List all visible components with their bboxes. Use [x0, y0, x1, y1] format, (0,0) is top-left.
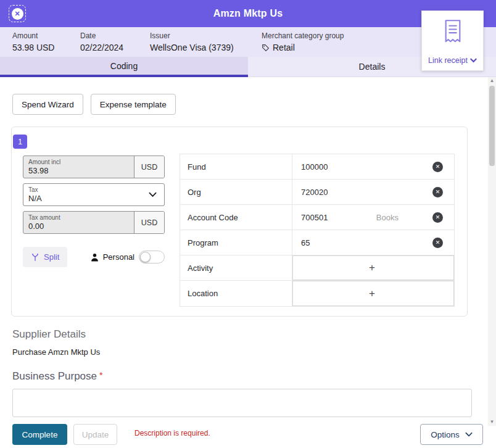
clear-icon: ✕	[436, 164, 440, 170]
link-receipt-panel[interactable]: Link receipt	[421, 10, 484, 71]
allocation-value: 700501	[301, 213, 376, 222]
summary-label: Date	[80, 31, 123, 40]
complete-button[interactable]: Complete	[12, 424, 67, 445]
tax-value: N/A	[28, 194, 136, 203]
allocation-label: Account Code	[180, 205, 292, 230]
supplier-details-heading: Supplier Details	[12, 328, 86, 341]
add-activity-button[interactable]: +	[292, 255, 454, 280]
allocation-value-field[interactable]: 700501 Books ✕	[292, 205, 454, 230]
summary-field-merchant-category: Merchant category group Retail	[262, 31, 344, 52]
summary-value: 02/22/2024	[80, 43, 123, 52]
link-receipt-button[interactable]: Link receipt	[428, 56, 477, 65]
personal-label: Personal	[103, 252, 134, 262]
chevron-down-icon	[470, 58, 477, 63]
tax-select[interactable]: Tax N/A	[23, 183, 165, 206]
split-label: Split	[44, 252, 59, 262]
clear-icon: ✕	[436, 214, 440, 220]
allocation-row-program: Program 65 ✕	[180, 230, 454, 255]
merchant-category-value: Retail	[273, 43, 295, 52]
summary-field-issuer: Issuer WellsOne Visa (3739)	[150, 31, 234, 52]
tax-amount-label: Tax amount	[28, 214, 129, 221]
scroll-down-icon[interactable]: ▼	[488, 418, 496, 426]
allocation-label: Activity	[180, 255, 292, 280]
allocation-value-field[interactable]: 65 ✕	[292, 230, 454, 255]
error-message: Description is required.	[134, 429, 210, 438]
action-row: Spend Wizard Expense template	[12, 94, 176, 115]
receipt-icon	[442, 19, 463, 44]
scrollbar-thumb[interactable]	[489, 86, 495, 166]
allocation-table: Fund 100000 ✕ Org 720020 ✕ Account Code …	[180, 154, 455, 307]
add-icon: +	[369, 288, 375, 300]
amount-fields: Amount incl 53.98 USD Tax N/A Tax amount…	[23, 156, 165, 239]
add-icon: +	[369, 262, 375, 274]
allocation-label: Org	[180, 180, 292, 204]
tab-coding[interactable]: Coding	[0, 57, 248, 77]
spend-wizard-button[interactable]: Spend Wizard	[12, 94, 83, 115]
clear-icon: ✕	[436, 239, 440, 246]
business-purpose-input[interactable]	[12, 389, 472, 417]
line-item-card: 1 Amount incl 53.98 USD Tax N/A	[11, 127, 468, 317]
expense-template-button[interactable]: Expense template	[91, 94, 176, 115]
business-purpose-heading: Business Purpose*	[12, 370, 102, 383]
clear-button[interactable]: ✕	[432, 187, 443, 197]
summary-value: WellsOne Visa (3739)	[150, 43, 234, 52]
summary-value: Retail	[262, 43, 344, 52]
vertical-scrollbar[interactable]: ▲ ▼	[488, 77, 496, 426]
close-button[interactable]: ✕	[9, 5, 26, 22]
business-purpose-title: Business Purpose	[12, 370, 97, 382]
allocation-value-field[interactable]: 100000 ✕	[292, 154, 454, 179]
amount-incl-value: 53.98	[28, 166, 129, 175]
merchant-category-icon	[262, 44, 270, 52]
allocation-value: 65	[301, 238, 432, 247]
clear-button[interactable]: ✕	[432, 162, 443, 172]
personal-toggle[interactable]	[139, 251, 165, 263]
allocation-label: Fund	[180, 154, 292, 179]
summary-field-amount: Amount 53.98 USD	[12, 31, 54, 52]
clear-button[interactable]: ✕	[432, 238, 443, 248]
footer-bar: Complete Update Description is required.…	[0, 421, 496, 448]
clear-button[interactable]: ✕	[432, 212, 443, 223]
person-icon	[91, 253, 99, 262]
allocation-row-org: Org 720020 ✕	[180, 180, 454, 205]
allocation-row-account-code: Account Code 700501 Books ✕	[180, 205, 454, 230]
link-receipt-label: Link receipt	[428, 56, 468, 65]
summary-field-date: Date 02/22/2024	[80, 31, 123, 52]
supplier-description: Purchase Amzn Mktp Us	[12, 347, 100, 357]
summary-value: 53.98 USD	[12, 43, 54, 52]
allocation-label: Location	[180, 281, 292, 306]
options-button[interactable]: Options	[420, 424, 483, 445]
split-personal-row: Split Personal	[23, 247, 165, 267]
allocation-label: Program	[180, 230, 292, 255]
scroll-up-icon[interactable]: ▲	[488, 77, 496, 85]
allocation-row-activity: Activity +	[180, 255, 454, 281]
allocation-row-fund: Fund 100000 ✕	[180, 154, 454, 180]
add-location-button[interactable]: +	[292, 281, 454, 306]
tax-label: Tax	[28, 186, 136, 193]
amount-incl-field: Amount incl 53.98 USD	[23, 156, 165, 178]
amount-incl-main: Amount incl 53.98	[23, 156, 134, 178]
chevron-down-icon	[465, 432, 473, 437]
personal-toggle-group: Personal	[91, 251, 165, 263]
toggle-knob	[140, 252, 151, 262]
amount-incl-label: Amount incl	[28, 159, 129, 165]
allocation-value: 100000	[301, 162, 432, 172]
allocation-row-location: Location +	[180, 281, 454, 306]
summary-label: Merchant category group	[262, 31, 344, 40]
clear-icon: ✕	[436, 189, 440, 195]
window-title: Amzn Mktp Us	[213, 8, 283, 19]
split-button[interactable]: Split	[23, 247, 67, 267]
allocation-value-field[interactable]: 720020 ✕	[292, 180, 454, 204]
chevron-down-icon	[141, 184, 164, 205]
amount-incl-currency: USD	[134, 156, 164, 178]
tax-amount-main: Tax amount 0.00	[23, 212, 134, 233]
summary-label: Amount	[12, 31, 54, 40]
tax-amount-currency: USD	[134, 212, 164, 233]
expense-window: ✕ Amzn Mktp Us Amount 53.98 USD Date 02/…	[0, 0, 496, 448]
update-button[interactable]: Update	[73, 424, 117, 445]
close-icon: ✕	[12, 8, 23, 20]
options-label: Options	[431, 430, 460, 439]
tax-amount-value: 0.00	[28, 222, 129, 231]
tax-select-main: Tax N/A	[23, 184, 141, 205]
required-asterisk: *	[99, 370, 102, 380]
line-number-badge: 1	[13, 135, 27, 149]
